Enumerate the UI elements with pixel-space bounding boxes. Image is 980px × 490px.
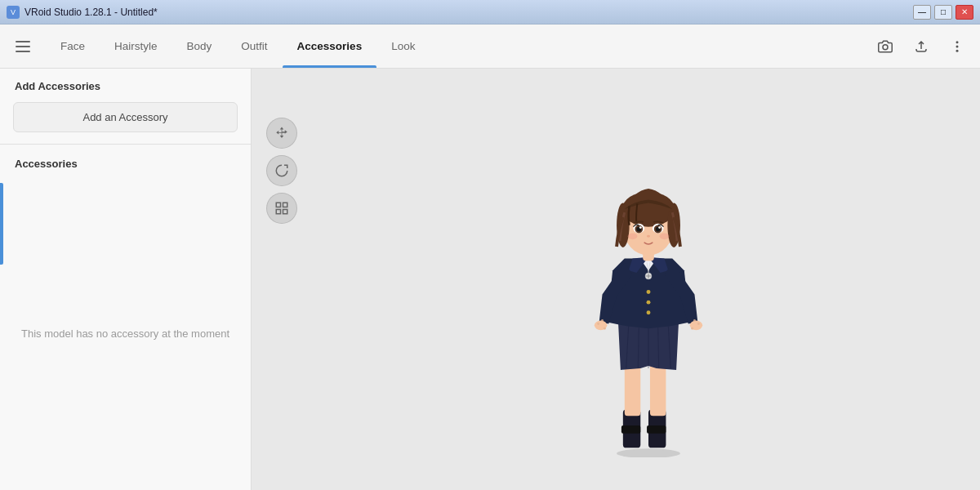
app-container: Face Hairstyle Body Outfit Accessories L… — [0, 24, 980, 490]
svg-point-49 — [660, 233, 670, 239]
menu-line-3 — [16, 51, 30, 52]
svg-point-32 — [697, 323, 700, 325]
main-content: Add Accessories Add an Accessory Accesso… — [0, 69, 980, 490]
svg-rect-10 — [621, 425, 640, 434]
close-button[interactable]: ✕ — [956, 5, 973, 20]
frame-control-button[interactable] — [266, 193, 297, 224]
svg-rect-14 — [650, 362, 666, 416]
tabs: Face Hairstyle Body Outfit Accessories L… — [46, 24, 871, 68]
tab-outfit[interactable]: Outfit — [226, 24, 282, 68]
svg-point-25 — [647, 310, 651, 314]
svg-point-2 — [956, 45, 959, 47]
minimize-button[interactable]: — — [913, 5, 931, 20]
title-bar-left: V VRoid Studio 1.28.1 - Untitled* — [7, 6, 158, 19]
camera-button[interactable] — [871, 32, 900, 61]
app-icon: V — [7, 6, 20, 19]
sidebar: Add Accessories Add an Accessory Accesso… — [0, 69, 252, 490]
svg-point-0 — [883, 44, 888, 49]
tab-look[interactable]: Look — [376, 24, 430, 68]
hamburger-menu-button[interactable] — [8, 32, 38, 61]
viewport-controls — [266, 118, 297, 224]
svg-point-27 — [601, 319, 604, 322]
svg-point-33 — [691, 327, 693, 330]
move-control-button[interactable] — [266, 118, 297, 149]
svg-point-45 — [639, 226, 642, 229]
title-bar: V VRoid Studio 1.28.1 - Untitled* — □ ✕ — [0, 0, 980, 24]
menu-line-2 — [16, 46, 30, 47]
tab-hairstyle[interactable]: Hairstyle — [100, 24, 172, 68]
tab-face[interactable]: Face — [46, 24, 100, 68]
tab-body[interactable]: Body — [172, 24, 227, 68]
empty-accessories-message: This model has no accessory at the momen… — [0, 178, 251, 490]
svg-point-46 — [658, 226, 661, 229]
camera-icon — [878, 39, 893, 54]
sidebar-accent — [0, 183, 3, 265]
svg-point-3 — [956, 49, 959, 51]
export-icon — [914, 39, 929, 54]
more-options-icon — [950, 39, 964, 54]
svg-point-8 — [617, 448, 680, 457]
svg-point-48 — [628, 233, 638, 239]
move-icon — [274, 126, 289, 140]
more-options-button[interactable] — [942, 32, 972, 61]
svg-rect-13 — [625, 362, 640, 416]
svg-point-1 — [956, 41, 959, 43]
svg-rect-4 — [276, 203, 280, 207]
svg-point-23 — [647, 290, 651, 294]
maximize-button[interactable]: □ — [934, 5, 952, 20]
add-accessories-title: Add Accessories — [0, 69, 251, 99]
svg-point-28 — [597, 323, 599, 325]
add-accessory-button[interactable]: Add an Accessory — [13, 102, 238, 132]
svg-rect-7 — [276, 210, 280, 214]
rotate-control-button[interactable] — [266, 155, 297, 186]
viewport[interactable] — [252, 69, 980, 490]
accessories-section-title: Accessories — [0, 154, 251, 178]
rotate-icon — [274, 163, 289, 178]
svg-point-24 — [647, 301, 651, 305]
svg-rect-5 — [283, 203, 287, 207]
character-viewport — [567, 147, 730, 457]
svg-point-47 — [647, 235, 650, 238]
sidebar-divider — [0, 144, 251, 145]
svg-rect-12 — [647, 425, 666, 434]
window-controls[interactable]: — □ ✕ — [913, 5, 973, 20]
character-illustration — [567, 155, 730, 457]
svg-rect-6 — [283, 210, 287, 214]
tab-bar: Face Hairstyle Body Outfit Accessories L… — [0, 24, 980, 69]
svg-point-29 — [604, 327, 606, 330]
svg-point-31 — [693, 319, 696, 322]
frame-icon — [274, 201, 289, 216]
menu-line-1 — [16, 41, 30, 42]
export-button[interactable] — [906, 32, 936, 61]
tab-accessories[interactable]: Accessories — [283, 24, 377, 68]
title-text: VRoid Studio 1.28.1 - Untitled* — [24, 7, 158, 18]
tab-bar-right — [871, 32, 972, 61]
